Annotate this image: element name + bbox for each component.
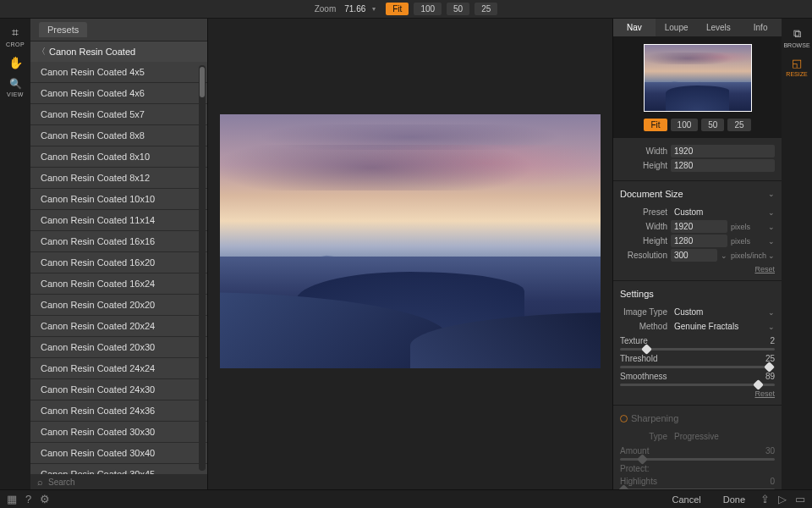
- chevron-down-icon[interactable]: ⌄: [768, 208, 775, 217]
- right-tabs: Nav Loupe Levels Info: [613, 19, 782, 37]
- threshold-slider[interactable]: Threshold25: [620, 354, 775, 368]
- back-chevron-icon: 〈: [37, 46, 46, 58]
- doc-width-field[interactable]: 1920: [671, 220, 727, 233]
- preset-item[interactable]: Canon Resin Coated 30x30: [30, 422, 207, 443]
- view-tool[interactable]: 🔍 VIEW: [3, 75, 27, 101]
- amount-slider[interactable]: Amount30: [620, 446, 775, 461]
- scrollbar-thumb[interactable]: [200, 67, 205, 97]
- crop-tool[interactable]: ⌗ CROP: [3, 22, 27, 51]
- preset-category-header[interactable]: 〈 Canon Resin Coated: [30, 41, 207, 62]
- chevron-down-icon[interactable]: ⌄: [768, 251, 775, 260]
- chevron-down-icon[interactable]: ⌄: [768, 190, 775, 198]
- image-type-select[interactable]: Custom: [671, 306, 765, 318]
- zoom-label: Zoom: [315, 4, 337, 14]
- grid-icon[interactable]: ▦: [7, 493, 17, 505]
- preset-item[interactable]: Canon Resin Coated 8x12: [30, 168, 207, 189]
- highlights-slider[interactable]: Highlights0: [620, 477, 775, 489]
- smoothness-slider[interactable]: Smoothness89: [620, 372, 775, 386]
- sharpening-section: Sharpening TypeProgressive Amount30 Prot…: [613, 406, 782, 489]
- doc-preset-select[interactable]: Custom: [671, 206, 765, 218]
- preset-list[interactable]: Canon Resin Coated 4x5Canon Resin Coated…: [30, 62, 207, 474]
- toggle-icon[interactable]: [620, 415, 628, 422]
- chevron-down-icon[interactable]: ▾: [372, 5, 376, 13]
- cancel-button[interactable]: Cancel: [665, 492, 707, 507]
- left-tool-rail: ⌗ CROP ✋ 🔍 VIEW: [0, 19, 30, 489]
- preset-item[interactable]: Canon Resin Coated 5x7: [30, 104, 207, 125]
- nav-zoom-fit[interactable]: Fit: [644, 119, 667, 131]
- doc-reset-button[interactable]: Reset: [620, 265, 775, 273]
- chevron-down-icon[interactable]: ⌄: [768, 323, 775, 331]
- preset-item[interactable]: Canon Resin Coated 16x24: [30, 273, 207, 295]
- hand-icon: ✋: [8, 56, 23, 69]
- zoom-fit-button[interactable]: Fit: [386, 3, 409, 15]
- sharpening-title: Sharpening: [631, 413, 678, 423]
- preset-item[interactable]: Canon Resin Coated 11x14: [30, 210, 207, 231]
- presets-panel: Presets 〈 Canon Resin Coated Canon Resin…: [30, 19, 208, 489]
- preset-search[interactable]: ⌕: [30, 474, 207, 489]
- document-size-title: Document Size: [620, 189, 683, 199]
- nav-zoom-100[interactable]: 100: [671, 119, 699, 131]
- help-icon[interactable]: ?: [25, 493, 31, 505]
- scrollbar[interactable]: [199, 65, 206, 471]
- resize-icon: ◱: [792, 57, 802, 69]
- gear-icon[interactable]: ⚙: [40, 493, 50, 505]
- method-select[interactable]: Genuine Fractals: [671, 320, 765, 333]
- canvas-area[interactable]: [208, 19, 612, 489]
- chevron-down-icon[interactable]: ⌄: [768, 223, 775, 231]
- settings-reset-button[interactable]: Reset: [620, 389, 775, 398]
- pan-tool[interactable]: ✋: [3, 52, 27, 73]
- share-icon[interactable]: ⇪: [760, 493, 770, 505]
- chevron-down-icon[interactable]: ⌄: [768, 308, 775, 317]
- settings-title: Settings: [620, 289, 654, 299]
- presets-tab-bar: Presets: [30, 19, 207, 41]
- done-button[interactable]: Done: [716, 492, 752, 507]
- preset-item[interactable]: Canon Resin Coated 20x24: [30, 316, 207, 337]
- preset-item[interactable]: Canon Resin Coated 8x10: [30, 146, 207, 168]
- doc-res-field[interactable]: 300: [671, 249, 717, 262]
- px-height-field[interactable]: 1280: [671, 159, 775, 172]
- browse-tool[interactable]: ⧉ BROWSE: [783, 27, 809, 48]
- navigator-thumbnail[interactable]: [644, 44, 752, 112]
- preset-item[interactable]: Canon Resin Coated 20x30: [30, 337, 207, 358]
- preset-item[interactable]: Canon Resin Coated 20x20: [30, 295, 207, 316]
- preset-item[interactable]: Canon Resin Coated 30x40: [30, 443, 207, 464]
- magnifier-icon: 🔍: [9, 78, 22, 90]
- resize-tool[interactable]: ◱ RESIZE: [786, 57, 807, 77]
- tab-loupe[interactable]: Loupe: [656, 19, 698, 36]
- preview-image: [220, 114, 601, 368]
- settings-section: Settings Image TypeCustom⌄ MethodGenuine…: [613, 281, 782, 406]
- zoom-50-button[interactable]: 50: [447, 3, 469, 15]
- preset-item[interactable]: Canon Resin Coated 8x8: [30, 125, 207, 146]
- nav-zoom-50[interactable]: 50: [701, 119, 724, 131]
- preset-item[interactable]: Canon Resin Coated 16x16: [30, 231, 207, 252]
- chevron-down-icon[interactable]: ⌄: [768, 237, 775, 246]
- preset-item[interactable]: Canon Resin Coated 4x6: [30, 83, 207, 104]
- search-input[interactable]: [48, 478, 200, 487]
- pixel-dimensions-section: Width1920 Height1280: [613, 138, 782, 181]
- next-icon[interactable]: ▷: [778, 493, 787, 505]
- texture-slider[interactable]: Texture2: [620, 336, 775, 351]
- tab-nav[interactable]: Nav: [613, 19, 656, 36]
- preset-item[interactable]: Canon Resin Coated 16x20: [30, 252, 207, 273]
- sharpening-type-select[interactable]: Progressive: [671, 430, 775, 443]
- nav-zoom-25[interactable]: 25: [727, 119, 750, 131]
- zoom-25-button[interactable]: 25: [475, 3, 497, 15]
- presets-tab[interactable]: Presets: [39, 22, 87, 37]
- navigator: Fit 100 50 25: [613, 37, 782, 138]
- zoom-value[interactable]: 71.66: [344, 4, 365, 14]
- preset-item[interactable]: Canon Resin Coated 4x5: [30, 62, 207, 83]
- preset-item[interactable]: Canon Resin Coated 24x24: [30, 358, 207, 379]
- right-panel: Nav Loupe Levels Info Fit 100 50 25 Widt…: [612, 19, 782, 489]
- preset-item[interactable]: Canon Resin Coated 24x36: [30, 400, 207, 422]
- tab-info[interactable]: Info: [739, 19, 782, 36]
- preset-item[interactable]: Canon Resin Coated 10x10: [30, 189, 207, 210]
- compare-icon[interactable]: ▭: [795, 493, 805, 505]
- top-toolbar: Zoom 71.66 ▾ Fit 100 50 25: [0, 0, 812, 19]
- preset-item[interactable]: Canon Resin Coated 30x45: [30, 464, 207, 474]
- px-width-field[interactable]: 1920: [671, 145, 775, 157]
- tab-levels[interactable]: Levels: [698, 19, 740, 36]
- zoom-100-button[interactable]: 100: [414, 3, 442, 15]
- chevron-down-icon[interactable]: ⌄: [721, 251, 727, 260]
- doc-height-field[interactable]: 1280: [671, 235, 727, 247]
- preset-item[interactable]: Canon Resin Coated 24x30: [30, 379, 207, 400]
